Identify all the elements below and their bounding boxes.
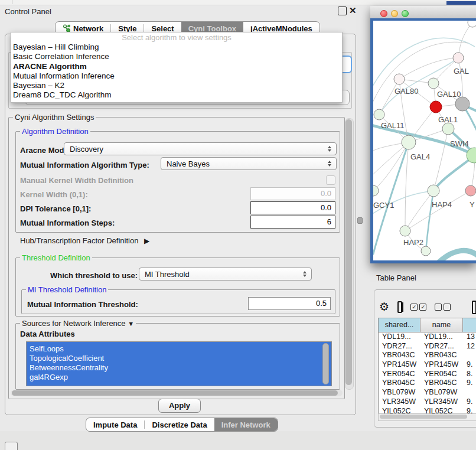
cell: 9. (463, 379, 476, 388)
dpi-tolerance-input[interactable]: 0.0 (250, 201, 335, 214)
bottom-strip (0, 431, 476, 450)
dropdown-item-mutual-information[interactable]: Mutual Information Inference (11, 71, 342, 81)
column-header-shared-name[interactable]: shared... (379, 318, 420, 332)
node-label: HAP2 (403, 238, 423, 247)
cell: 13 (463, 332, 476, 342)
node-hap2[interactable] (400, 226, 410, 236)
cell: YBR045C (379, 379, 420, 388)
table-row[interactable]: YER054C YER054C 8. (379, 370, 476, 379)
cell: YBR045C (420, 379, 463, 388)
table-row[interactable]: YBR045C YBR045C 9. (379, 379, 476, 388)
settings-hscroll-thumb[interactable] (12, 390, 338, 396)
dropdown-item-basic-correlation[interactable]: Basic Correlation Inference (11, 52, 342, 61)
node-salmon[interactable] (465, 185, 476, 196)
unchecked-box-icon (435, 304, 442, 311)
stepper-arrows-icon (325, 146, 334, 152)
minimized-panel-icon[interactable] (5, 442, 18, 450)
columns-icon[interactable] (397, 301, 402, 313)
node-gal10[interactable] (428, 78, 439, 89)
mi-threshold-input[interactable]: 0.5 (248, 297, 331, 310)
hub-definition-toggle[interactable]: Hub/Transcription Factor Definition ▶ (20, 236, 149, 245)
mi-threshold-group-title: MI Threshold Definition (26, 285, 108, 294)
node-partial-bottom[interactable] (421, 246, 431, 256)
table-row[interactable]: YDR27... YDR27... 12 (379, 342, 476, 351)
sources-group-title: Sources for Network Inference ▼ (20, 319, 136, 328)
which-threshold-value: MI Threshold (139, 270, 301, 279)
which-threshold-select[interactable]: MI Threshold (139, 268, 312, 281)
close-panel-icon[interactable]: ✕ (349, 5, 357, 16)
node-gal1[interactable] (442, 123, 454, 135)
tab-discretize-data[interactable]: Discretize Data (145, 418, 214, 431)
cell: YDR27... (379, 342, 420, 351)
table-row[interactable]: YDL19... YDL19... 13 (379, 332, 476, 342)
node-gal4[interactable] (402, 135, 416, 149)
table-row[interactable]: YPR145W YPR145W 9. (379, 360, 476, 370)
node-grey[interactable] (455, 97, 470, 111)
float-panel-icon[interactable] (338, 6, 347, 15)
cell: 9. (463, 360, 476, 370)
node-gal-partial[interactable] (453, 53, 464, 63)
node-red[interactable] (430, 101, 442, 113)
table-hscroll-thumb[interactable] (380, 415, 467, 419)
dropdown-item-dream8[interactable]: Dream8 DC_TDC Algorithm (11, 90, 342, 100)
dropdown-item-aracne[interactable]: ARACNE Algorithm (11, 62, 342, 71)
minimize-window-button[interactable] (391, 10, 398, 17)
node-gal11[interactable] (374, 109, 384, 120)
manual-kernel-label: Manual Kernel Width Definition (20, 176, 133, 185)
data-attributes-list[interactable]: SelfLoops TopologicalCoefficient Between… (26, 341, 332, 386)
list-vertical-scrollbar[interactable] (322, 343, 329, 384)
aracne-mode-select[interactable]: Discovery (64, 142, 337, 155)
column-header-clipped[interactable] (463, 318, 476, 332)
table-panel-title: Table Panel (376, 273, 416, 282)
manual-kernel-checkbox[interactable] (326, 175, 335, 185)
table-settings-gear-icon[interactable]: ⚙ (379, 301, 389, 313)
tab-impute-data-label: Impute Data (93, 420, 137, 429)
expanded-arrow-icon[interactable]: ▼ (128, 320, 134, 327)
tab-infer-network[interactable]: Infer Network (214, 418, 278, 431)
zoom-window-button[interactable] (402, 10, 409, 17)
toolbar-remnant (446, 1, 476, 5)
table-row[interactable]: YBR043C YBR043C (379, 351, 476, 360)
table-row[interactable]: YLR345W YLR345W 9. (379, 397, 476, 407)
table-row[interactable]: YBL079W YBL079W (379, 388, 476, 397)
mi-type-value: Naive Bayes (161, 159, 325, 168)
node-hap4[interactable] (428, 185, 439, 197)
cell: YER054C (379, 370, 420, 379)
node-gal80[interactable] (394, 74, 405, 84)
bottom-tabbar: Impute Data Discretize Data Infer Networ… (86, 418, 278, 432)
apply-button[interactable]: Apply (158, 399, 201, 413)
cell: 12 (463, 342, 476, 351)
settings-vscroll-thumb[interactable] (345, 119, 352, 385)
node-partial-top[interactable] (468, 21, 476, 27)
mi-steps-input[interactable]: 6 (250, 216, 335, 229)
dropdown-item-bayesian-hill-climbing[interactable]: Bayesian – Hill Climbing (11, 43, 342, 52)
select-all-checkboxes-icon[interactable]: ✓ ✓ (410, 304, 426, 311)
sources-title-text: Sources for Network Inference (22, 319, 126, 328)
cell: YBR043C (420, 351, 463, 360)
threshold-definition-title: Threshold Definition (20, 253, 92, 262)
tab-impute-data[interactable]: Impute Data (86, 418, 144, 431)
list-item[interactable]: BetweennessCentrality (27, 363, 331, 373)
document-icon[interactable] (472, 301, 476, 314)
node-label: GAL4 (410, 152, 430, 161)
mi-threshold-label: Mutual Information Threshold: (27, 300, 138, 309)
unchecked-box-icon (444, 304, 451, 311)
mi-type-select[interactable]: Naive Bayes (161, 157, 337, 170)
network-window-titlebar[interactable] (370, 6, 476, 19)
deselect-all-checkboxes-icon[interactable] (435, 304, 451, 311)
aracne-mode-value: Discovery (64, 145, 325, 154)
list-item[interactable]: gal4RGexp (27, 373, 331, 382)
panel-splitter-handle[interactable] (357, 217, 363, 224)
network-canvas[interactable]: GAL GAL80 GAL10 GAL1 GAL11 SWI4 GAL4 GCY… (373, 21, 476, 260)
list-item[interactable]: SelfLoops (27, 344, 331, 354)
node-attribute-table[interactable]: shared... name YDL19... YDL19... 13 YDR2… (378, 318, 476, 415)
node-gcy1[interactable] (373, 185, 379, 196)
control-panel-title: Control Panel (5, 7, 51, 16)
close-window-button[interactable] (380, 10, 387, 17)
list-item[interactable]: TopologicalCoefficient (27, 354, 331, 363)
top-divider (12, 0, 12, 4)
column-header-name[interactable]: name (420, 318, 463, 332)
table-hscroll-track[interactable] (378, 413, 476, 421)
kernel-width-input[interactable]: 0.0 (250, 187, 335, 200)
dropdown-item-bayesian-k2[interactable]: Bayesian – K2 (11, 81, 342, 90)
